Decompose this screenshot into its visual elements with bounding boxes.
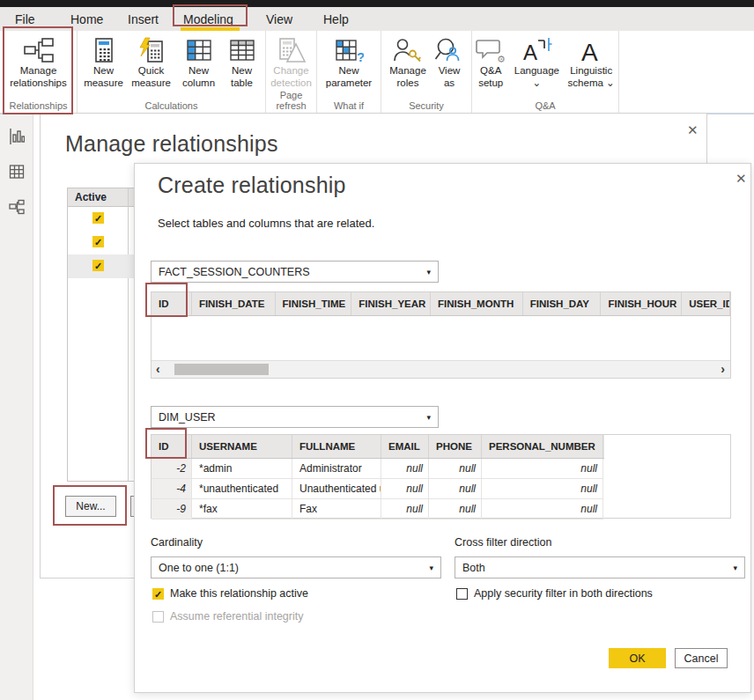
svg-text:?: ?	[357, 49, 364, 63]
ribbon-button-new-parameter[interactable]: ?Newparameter	[321, 35, 377, 89]
option-apply-security-filter-in-both-directions[interactable]: Apply security filter in both directions	[456, 587, 653, 600]
quick-measure-icon	[137, 35, 166, 65]
qa-setup-icon: ⚙	[475, 35, 506, 65]
ribbon-button-new-table[interactable]: Newtable	[224, 35, 261, 89]
ribbon-button-label: New	[188, 65, 209, 77]
dropdown-caret-icon: ▾	[426, 413, 431, 422]
column-header-fullname[interactable]: FULLNAME	[292, 435, 381, 458]
column-header-user-id[interactable]: USER_ID	[682, 292, 730, 315]
cancel-button[interactable]: Cancel	[675, 648, 728, 668]
column-header-phone[interactable]: PHONE	[429, 435, 482, 458]
data-view-icon[interactable]	[9, 164, 25, 180]
close-icon[interactable]: ✕	[736, 171, 747, 187]
column-header-id[interactable]: ID	[152, 292, 192, 315]
close-icon[interactable]: ✕	[687, 122, 699, 138]
checkbox-label: Assume referential integrity	[170, 610, 303, 623]
menu-item-home[interactable]: Home	[67, 11, 107, 28]
scroll-left-icon[interactable]: ‹	[156, 362, 160, 376]
ribbon-button-label: Manage	[389, 65, 426, 77]
menu-item-help[interactable]: Help	[320, 11, 352, 28]
ribbon-button-label: detection	[270, 77, 312, 90]
column-header-finish-day[interactable]: FINISH_DAY	[523, 292, 602, 315]
menu-item-insert[interactable]: Insert	[124, 11, 162, 28]
menu-item-modeling[interactable]: Modeling	[180, 11, 237, 28]
ribbon-button-label: schema ⌄	[568, 77, 615, 90]
cross-filter-label: Cross filter direction	[455, 536, 551, 549]
column-header-personal-number[interactable]: PERSONAL_NUMBER	[482, 435, 603, 458]
cross-filter-dropdown[interactable]: Both ▾	[455, 556, 745, 578]
model-view-icon[interactable]	[9, 199, 25, 215]
cardinality-dropdown[interactable]: One to one (1:1) ▾	[151, 556, 441, 578]
column-header-id[interactable]: ID	[152, 435, 192, 458]
table-cell: null	[482, 479, 603, 498]
manage-relationships-icon	[24, 35, 54, 65]
column-header-username[interactable]: USERNAME	[192, 435, 292, 458]
ribbon-button-label: setup	[478, 77, 503, 90]
table-cell: Administrator	[292, 459, 381, 478]
ribbon-button-label: View	[439, 65, 461, 77]
svg-text:A: A	[581, 39, 598, 63]
new-relationship-button[interactable]: New...	[65, 496, 116, 517]
active-checkbox[interactable]: ✓	[92, 260, 104, 271]
ribbon-button-manage-relationships[interactable]: Managerelationships	[2, 35, 76, 89]
column-header-finish-time[interactable]: FINISH_TIME	[276, 292, 352, 315]
option-make-this-relationship-active[interactable]: ✓Make this relationship active	[152, 587, 308, 600]
ribbon-button-label: table	[231, 77, 253, 90]
active-checkbox[interactable]: ✓	[92, 212, 104, 224]
ribbon-button-new-measure[interactable]: Newmeasure	[83, 35, 125, 89]
ribbon-button-new-column[interactable]: Newcolumn	[178, 35, 220, 89]
new-parameter-icon: ?	[334, 35, 364, 65]
checkbox[interactable]: ✓	[152, 588, 164, 600]
ribbon-group-relationships: ManagerelationshipsRelationships	[0, 31, 78, 113]
ribbon-button-label: measure	[84, 77, 123, 90]
column-header-finish-year[interactable]: FINISH_YEAR	[351, 292, 431, 315]
table-cell: null	[482, 499, 603, 519]
new-table-icon	[228, 35, 256, 65]
ribbon-button-q-a-setup[interactable]: ⚙Q&Asetup	[472, 35, 509, 89]
scroll-right-icon[interactable]: ›	[721, 362, 725, 376]
ribbon-button-language[interactable]: ALanguage⌄	[513, 35, 560, 89]
column-header-finish-date[interactable]: FINISH_DATE	[192, 292, 276, 315]
scrollbar-thumb[interactable]	[174, 364, 269, 375]
table-row[interactable]: -9*faxFaxnullnullnull	[152, 499, 603, 519]
checkbox-label: Make this relationship active	[170, 587, 308, 600]
table-cell: -4	[152, 479, 192, 498]
table2-preview[interactable]: IDUSERNAMEFULLNAMEEMAILPHONEPERSONAL_NUM…	[151, 434, 731, 519]
table-row[interactable]: -4*unauthenticatedUnauthenticated usernu…	[152, 479, 603, 499]
ribbon-button-quick-measure[interactable]: Quickmeasure	[129, 35, 174, 89]
ribbon-button-view-as[interactable]: Viewas	[432, 35, 466, 89]
table1-selector[interactable]: FACT_SESSION_COUNTERS ▾	[151, 261, 439, 283]
ribbon-button-linguistic-schema[interactable]: ALinguisticschema ⌄	[564, 35, 618, 89]
ribbon-group-calculations: NewmeasureQuickmeasureNewcolumnNewtableC…	[78, 31, 266, 113]
table-cell: Fax	[292, 499, 381, 519]
view-sidebar	[0, 114, 33, 700]
table-row[interactable]: -2*adminAdministratornullnullnull	[152, 459, 603, 479]
column-header-email[interactable]: EMAIL	[381, 435, 429, 458]
table-cell: *fax	[192, 499, 292, 519]
menu-item-view[interactable]: View	[262, 11, 296, 28]
table-cell: -2	[152, 459, 192, 478]
column-header-finish-month[interactable]: FINISH_MONTH	[431, 292, 523, 315]
checkbox[interactable]	[456, 588, 468, 600]
report-view-icon[interactable]	[9, 129, 25, 144]
table1-hscrollbar[interactable]: ‹ ›	[152, 360, 730, 378]
create-dialog-subtitle: Select tables and columns that are relat…	[158, 217, 374, 230]
ok-button[interactable]: OK	[609, 648, 666, 668]
ribbon-button-label: roles	[397, 77, 419, 90]
menu-item-file[interactable]: File	[11, 11, 39, 28]
table2-selector-value: DIM_USER	[159, 411, 216, 424]
table2-selector[interactable]: DIM_USER ▾	[151, 406, 439, 428]
ribbon-button-label: Manage	[20, 65, 57, 77]
table1-empty-body	[152, 316, 730, 360]
new-column-icon	[185, 35, 213, 65]
ribbon-button-manage-roles[interactable]: Manageroles	[387, 35, 429, 89]
column-header-finish-hour[interactable]: FINISH_HOUR	[601, 292, 682, 315]
ribbon-button-label: parameter	[326, 77, 372, 90]
ribbon-group-label: Security	[381, 100, 471, 111]
table1-preview[interactable]: IDFINISH_DATEFINISH_TIMEFINISH_YEARFINIS…	[151, 291, 731, 379]
view-as-icon	[434, 35, 464, 65]
active-checkbox[interactable]: ✓	[92, 236, 104, 247]
checkbox	[152, 611, 164, 623]
menubar: FileHomeInsertModelingViewHelp	[0, 7, 754, 31]
ribbon-button-label: as	[444, 77, 455, 90]
